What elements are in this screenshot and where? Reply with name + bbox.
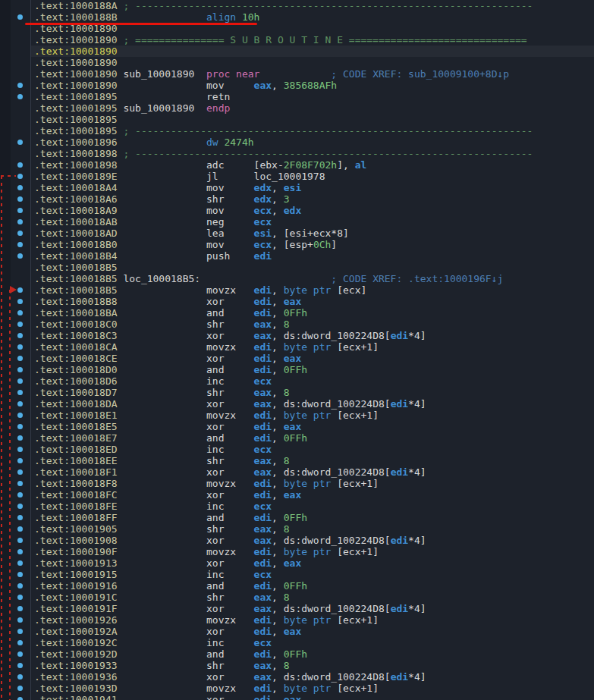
asm-line[interactable]: .text:10001890 ; =============== S U B R… (31, 34, 594, 46)
line-address: .text:10001933 (34, 660, 118, 671)
asm-line[interactable]: .text:10001898 adc [ebx-2F08F702h], al (31, 159, 594, 171)
line-address: .text:100018AB (34, 216, 118, 228)
asm-line[interactable]: .text:10001941 xor edi, eax (31, 694, 594, 700)
asm-line[interactable]: .text:100018AB neg ecx (31, 216, 594, 228)
asm-line[interactable]: .text:1000189E jl loc_10001978 (31, 171, 594, 182)
line-address: .text:1000192C (34, 637, 118, 648)
asm-line[interactable]: .text:10001898 ; -----------------------… (31, 148, 594, 159)
asm-line[interactable]: .text:10001926 movzx edi, byte ptr [ecx+… (31, 614, 594, 626)
code-dot-icon (17, 504, 23, 509)
asm-line[interactable]: .text:100018DA xor eax, ds:dword_100224D… (31, 398, 594, 410)
asm-line[interactable]: .text:10001916 and edi, 0FFh (31, 580, 594, 592)
asm-line[interactable]: .text:100018BA and edi, 0FFh (31, 307, 594, 319)
code-dot-icon (17, 344, 23, 350)
asm-line[interactable]: .text:100018EE shr eax, 8 (31, 455, 594, 466)
asm-token: proc near (206, 68, 259, 80)
asm-line[interactable]: .text:100018B0 mov ecx, [esp+0Ch] (31, 239, 594, 250)
asm-line[interactable]: .text:10001895 ; -----------------------… (31, 125, 594, 137)
asm-token: edi (391, 535, 408, 546)
asm-line[interactable]: .text:1000192A xor edi, eax (31, 626, 594, 637)
asm-token: edi (254, 296, 272, 307)
asm-line[interactable]: .text:10001915 inc ecx (31, 569, 594, 580)
line-address: .text:100018D0 (34, 364, 118, 375)
asm-line[interactable]: .text:100018D7 shr eax, 8 (31, 387, 594, 398)
asm-line[interactable]: .text:100018B5 (31, 262, 594, 273)
asm-line[interactable]: .text:100018C0 shr eax, 8 (31, 319, 594, 330)
asm-line[interactable]: .text:1000188A ; -----------------------… (31, 0, 594, 11)
asm-token: *4] (408, 671, 426, 683)
asm-line[interactable]: .text:1000191C shr eax, 8 (31, 592, 594, 603)
asm-token: lea (118, 228, 254, 239)
asm-line[interactable]: .text:10001890 (31, 57, 594, 68)
asm-line[interactable]: .text:10001933 shr eax, 8 (31, 660, 594, 671)
asm-token: , (272, 648, 284, 660)
line-address: .text:100018A9 (34, 205, 118, 216)
asm-line[interactable]: .text:10001890 (31, 46, 594, 57)
asm-token: movzx (118, 410, 254, 421)
asm-line[interactable]: .text:1000190F movzx edi, byte ptr [ecx+… (31, 546, 594, 557)
asm-line[interactable]: .text:100018A4 mov edx, esi (31, 182, 594, 193)
asm-line[interactable]: .text:100018FE inc ecx (31, 501, 594, 512)
asm-token (236, 11, 242, 23)
asm-line[interactable]: .text:100018B8 xor edi, eax (31, 296, 594, 307)
asm-line[interactable]: .text:100018C3 xor eax, ds:dword_100224D… (31, 330, 594, 341)
asm-line[interactable]: .text:10001936 xor eax, ds:dword_100224D… (31, 671, 594, 683)
asm-line[interactable]: .text:100018B4 push edi (31, 250, 594, 262)
asm-line[interactable]: .text:100018B5 loc_100018B5: ; CODE XREF… (31, 273, 594, 284)
asm-line[interactable]: .text:10001895 (31, 114, 594, 125)
asm-line[interactable]: .text:10001913 xor edi, eax (31, 557, 594, 569)
line-address: .text:100018E7 (34, 432, 118, 444)
asm-line[interactable]: .text:1000193D movzx edi, byte ptr [ecx+… (31, 683, 594, 694)
line-address: .text:100018E1 (34, 410, 118, 421)
asm-line[interactable]: .text:100018AD lea esi, [esi+ecx*8] (31, 228, 594, 239)
asm-line[interactable]: .text:10001908 xor eax, ds:dword_100224D… (31, 535, 594, 546)
asm-line[interactable]: .text:100018A9 mov ecx, edx (31, 205, 594, 216)
jump-arrow-icon (10, 286, 17, 293)
asm-token: xor (118, 626, 254, 637)
asm-line[interactable]: .text:10001890 mov eax, 385688AFh (31, 80, 594, 91)
code-dot-icon (17, 526, 23, 532)
asm-token: , (272, 660, 284, 671)
asm-line[interactable]: .text:100018D6 inc ecx (31, 375, 594, 387)
asm-line[interactable]: .text:100018E1 movzx edi, byte ptr [ecx+… (31, 410, 594, 421)
asm-line[interactable]: .text:1000192D and edi, 0FFh (31, 648, 594, 660)
asm-line[interactable]: .text:100018CE xor edi, eax (31, 353, 594, 364)
line-address: .text:10001936 (34, 671, 118, 683)
asm-line[interactable]: .text:100018FC xor edi, eax (31, 489, 594, 501)
asm-line[interactable]: .text:10001895 sub_10001890 endp (31, 102, 594, 114)
disassembly-listing[interactable]: .text:1000188A ; -----------------------… (31, 0, 594, 700)
asm-token: and (118, 512, 254, 523)
asm-line[interactable]: .text:100018F1 xor eax, ds:dword_100224D… (31, 466, 594, 478)
asm-line[interactable]: .text:10001896 dw 2474h (31, 137, 594, 148)
asm-line[interactable]: .text:1000191F xor eax, ds:dword_100224D… (31, 603, 594, 614)
asm-line[interactable]: .text:100018E7 and edi, 0FFh (31, 432, 594, 444)
asm-line[interactable]: .text:100018D0 and edi, 0FFh (31, 364, 594, 375)
asm-token: xor (118, 296, 254, 307)
asm-line[interactable]: .text:10001890 sub_10001890 proc near ; … (31, 68, 594, 80)
jump-flow-line (1, 175, 16, 177)
asm-token: mov (118, 182, 254, 193)
asm-token: , ds:dword_100224D8[ (272, 671, 391, 683)
asm-token: shr (118, 319, 254, 330)
asm-line[interactable]: .text:100018A6 shr edx, 3 (31, 193, 594, 205)
asm-line[interactable]: .text:100018E5 xor edi, eax (31, 421, 594, 432)
asm-line[interactable]: .text:100018CA movzx edi, byte ptr [ecx+… (31, 341, 594, 353)
asm-token: edx (254, 193, 272, 205)
asm-line[interactable]: .text:10001905 shr eax, 8 (31, 523, 594, 535)
asm-line[interactable]: .text:100018FF and edi, 0FFh (31, 512, 594, 523)
asm-token: and (118, 364, 254, 375)
line-address: .text:100018CE (34, 353, 118, 364)
asm-line[interactable]: .text:100018B5 movzx edi, byte ptr [ecx] (31, 284, 594, 296)
line-address: .text:10001913 (34, 557, 118, 569)
asm-token: , [esp+ (272, 239, 313, 250)
asm-token: *4] (408, 603, 426, 614)
asm-line[interactable]: .text:10001895 retn (31, 91, 594, 102)
asm-line[interactable]: .text:1000192C inc ecx (31, 637, 594, 648)
asm-line[interactable]: .text:1000188B align 10h (31, 11, 594, 23)
asm-line[interactable]: .text:100018ED inc ecx (31, 444, 594, 455)
line-address: .text:100018A4 (34, 182, 118, 193)
asm-line[interactable]: .text:100018F8 movzx edi, byte ptr [ecx+… (31, 478, 594, 489)
line-address: .text:100018CA (34, 341, 118, 353)
jump-flow-line (1, 176, 2, 700)
code-dot-icon (17, 458, 23, 463)
